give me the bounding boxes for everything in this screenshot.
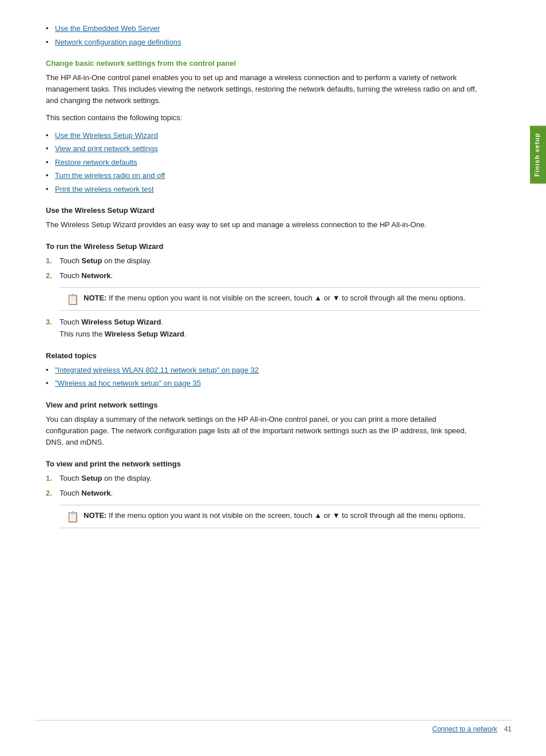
section-heading-change-basic: Change basic network settings from the c…: [46, 59, 481, 68]
note-icon-wizard: 📋: [66, 293, 79, 306]
note-text-view-print: If the menu option you want is not visib…: [109, 511, 465, 520]
link-view-print-network[interactable]: View and print network settings: [55, 144, 158, 153]
link-wireless-setup-wizard[interactable]: Use the Wireless Setup Wizard: [55, 131, 158, 140]
list-item-network-config: Network configuration page definitions: [46, 37, 481, 48]
step-number-3: 3.: [46, 316, 60, 339]
main-content: Use the Embedded Web Server Network conf…: [0, 0, 515, 756]
top-bullet-list: Use the Embedded Web Server Network conf…: [46, 23, 481, 48]
related-topics-list: "Integrated wireless WLAN 802.11 network…: [46, 365, 481, 389]
link-print-wireless-test[interactable]: Print the wireless network test: [55, 185, 154, 193]
list-item-print-wireless-test: Print the wireless network test: [46, 184, 481, 195]
subsection-heading-to-view-print: To view and print the network settings: [46, 460, 481, 468]
steps-view-print: 1. Touch Setup on the display. 2. Touch …: [46, 473, 481, 499]
list-item-restore-defaults: Restore network defaults: [46, 157, 481, 168]
list-item-embedded-web: Use the Embedded Web Server: [46, 23, 481, 34]
step-content-3: Touch Wireless Setup Wizard. This runs t…: [60, 316, 187, 339]
step-content-vp-1: Touch Setup on the display.: [60, 473, 152, 484]
note-box-view-print: 📋 NOTE: If the menu option you want is n…: [60, 505, 481, 528]
note-box-wizard: 📋 NOTE: If the menu option you want is n…: [60, 287, 481, 311]
note-content-wizard: NOTE: If the menu option you want is not…: [84, 292, 465, 304]
subsection-heading-view-print: View and print network settings: [46, 401, 481, 409]
step-number-1: 1.: [46, 255, 60, 267]
step-number-2: 2.: [46, 270, 60, 282]
step-number-vp-1: 1.: [46, 473, 60, 484]
step-content-2: Touch Network.: [60, 270, 113, 282]
step-content-vp-2: Touch Network.: [60, 488, 113, 499]
note-content-view-print: NOTE: If the menu option you want is not…: [84, 510, 465, 521]
link-wireless-adhoc[interactable]: "Wireless ad hoc network setup" on page …: [55, 379, 201, 387]
body-text-change-basic-2: This section contains the following topi…: [46, 112, 481, 124]
step-view-print-2: 2. Touch Network.: [46, 488, 481, 499]
step-number-vp-2: 2.: [46, 488, 60, 499]
footer-page-number: 41: [504, 725, 512, 733]
footer-link-connect-to-network[interactable]: Connect to a network: [432, 725, 497, 733]
step-item-2: 2. Touch Network.: [46, 270, 481, 282]
step-item-1: 1. Touch Setup on the display.: [46, 255, 481, 267]
footer-bar: Connect to a network 41: [34, 720, 512, 733]
steps-run-wizard: 1. Touch Setup on the display. 2. Touch …: [46, 255, 481, 282]
page-container: Finish setup Use the Embedded Web Server…: [0, 0, 546, 756]
link-integrated-wireless[interactable]: "Integrated wireless WLAN 802.11 network…: [55, 366, 259, 374]
subsection-heading-wireless-wizard: Use the Wireless Setup Wizard: [46, 206, 481, 215]
note-label-wizard: NOTE:: [84, 294, 106, 302]
step-view-print-1: 1. Touch Setup on the display.: [46, 473, 481, 484]
list-item-view-print: View and print network settings: [46, 143, 481, 155]
step-item-3: 3. Touch Wireless Setup Wizard. This run…: [46, 316, 481, 339]
topics-bullet-list: Use the Wireless Setup Wizard View and p…: [46, 130, 481, 195]
side-tab: Finish setup: [530, 126, 546, 184]
list-item-related-2: "Wireless ad hoc network setup" on page …: [46, 378, 481, 389]
body-text-wireless-wizard: The Wireless Setup Wizard provides an ea…: [46, 219, 481, 231]
body-text-view-print: You can display a summary of the network…: [46, 414, 481, 448]
note-icon-view-print: 📋: [66, 510, 79, 523]
step-content-1: Touch Setup on the display.: [60, 255, 152, 267]
list-item-wireless-wizard: Use the Wireless Setup Wizard: [46, 130, 481, 141]
note-text-wizard: If the menu option you want is not visib…: [109, 294, 465, 302]
link-network-config-page[interactable]: Network configuration page definitions: [55, 38, 181, 46]
note-label-view-print: NOTE:: [84, 511, 106, 520]
subsection-heading-related-topics: Related topics: [46, 351, 481, 360]
link-embedded-web-server[interactable]: Use the Embedded Web Server: [55, 24, 160, 33]
list-item-turn-wireless: Turn the wireless radio on and off: [46, 170, 481, 181]
subsection-heading-run-wizard: To run the Wireless Setup Wizard: [46, 242, 481, 251]
body-text-change-basic-1: The HP All-in-One control panel enables …: [46, 72, 481, 106]
list-item-related-1: "Integrated wireless WLAN 802.11 network…: [46, 365, 481, 376]
link-turn-wireless[interactable]: Turn the wireless radio on and off: [55, 171, 165, 180]
link-restore-defaults[interactable]: Restore network defaults: [55, 158, 137, 167]
steps-run-wizard-3: 3. Touch Wireless Setup Wizard. This run…: [46, 316, 481, 339]
